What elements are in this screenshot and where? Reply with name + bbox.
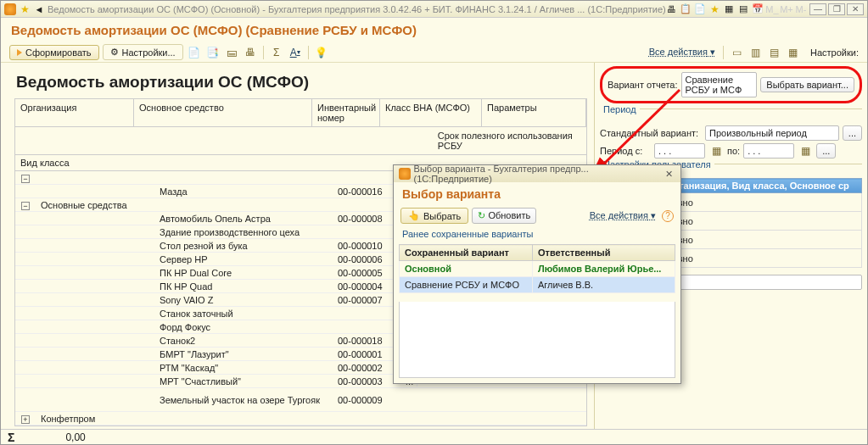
layout-icon-3[interactable]: ▤	[766, 45, 781, 60]
form-button[interactable]: Сформировать	[9, 45, 99, 60]
tb-icon-m3[interactable]: M-	[795, 3, 807, 15]
std-more-button[interactable]: ...	[843, 125, 862, 141]
bulb-icon[interactable]: 💡	[314, 45, 329, 60]
period-from-input[interactable]: . . .	[654, 143, 705, 159]
variant-row[interactable]: ОсновнойЛюбимов Валерий Юрье...	[400, 261, 675, 277]
variant-row-selected[interactable]: Сравнение РСБУ и МСФОАгличев В.В.	[400, 277, 675, 293]
tool-icon-1[interactable]: 📄	[187, 45, 202, 60]
separator	[723, 46, 724, 59]
tb-icon-6[interactable]: ▤	[737, 3, 749, 15]
expand-icon[interactable]: +	[21, 415, 30, 424]
play-icon	[17, 49, 22, 56]
period-from-label: Период с:	[600, 146, 651, 156]
col-inv: Инвентарный номер	[312, 99, 380, 126]
popup-all-actions[interactable]: Все действия ▾	[587, 210, 658, 221]
period-more-button[interactable]: ...	[816, 143, 836, 159]
popup-refresh-button[interactable]: ↻ Обновить	[472, 208, 536, 224]
main-toolbar: Сформировать ⚙ Настройки... 📄 📑 🖴 🖶 Σ A▾…	[1, 42, 867, 63]
popup-prev-label: Ранее сохраненные варианты	[394, 225, 680, 242]
tb-icon-2[interactable]: 📋	[680, 3, 692, 15]
font-icon[interactable]: A▾	[288, 45, 303, 60]
tb-icon-m[interactable]: M_	[766, 3, 778, 15]
page-title: Ведомость амортизации ОС (МСФО) (Сравнен…	[1, 18, 867, 42]
variant-value[interactable]: Сравнение РСБУ и МСФ	[681, 72, 758, 97]
popup-header: Выбор варианта	[394, 182, 680, 206]
variants-table: Сохраненный вариантОтветственный Основно…	[399, 244, 675, 293]
popup-title: Выбор варианта - Бухгалтерия предпр... (…	[414, 164, 663, 184]
col-asset: Основное средство	[134, 99, 312, 126]
separator	[263, 46, 264, 59]
tb-icon-3[interactable]: 📄	[694, 3, 706, 15]
favorite-icon[interactable]: ★	[19, 3, 31, 15]
popup-toolbar: 👆 Выбрать ↻ Обновить Все действия ▾ ?	[394, 206, 680, 225]
form-button-label: Сформировать	[25, 47, 92, 58]
hand-icon: 👆	[408, 210, 420, 221]
col-params: Параметры	[482, 99, 586, 126]
all-actions-link[interactable]: Все действия ▾	[647, 47, 718, 58]
group-row[interactable]: + Конфетпром	[15, 412, 586, 426]
sigma-value: 0,00	[65, 431, 85, 443]
maximize-button[interactable]: ❐	[828, 3, 845, 15]
window-title: Ведомость амортизации ОС (МСФО) (Основно…	[48, 4, 665, 14]
refresh-icon: ↻	[478, 210, 485, 220]
tb-icon-1[interactable]: 🖶	[665, 3, 677, 15]
sum-icon[interactable]: Σ	[269, 45, 284, 60]
tb-icon-7[interactable]: 📅	[752, 3, 764, 15]
choose-variant-dialog: Выбор варианта - Бухгалтерия предпр... (…	[393, 164, 681, 384]
sub-useful-life: Срок полезного использования РСБУ	[433, 127, 586, 154]
variant-label: Вариант отчета:	[608, 80, 678, 90]
data-row[interactable]: Земельный участок на озере Тургояк00-000…	[15, 388, 586, 412]
layout-icon-1[interactable]: ▭	[729, 45, 744, 60]
close-button[interactable]: ✕	[847, 3, 864, 15]
calendar-from-icon[interactable]: ▦	[708, 143, 724, 159]
help-icon[interactable]: ?	[662, 210, 674, 222]
popup-choose-button[interactable]: 👆 Выбрать	[400, 208, 468, 224]
separator	[308, 46, 309, 59]
tb-icon-5[interactable]: ▦	[723, 3, 735, 15]
period-to-label: по:	[727, 146, 740, 156]
layout-icon-4[interactable]: ▦	[785, 45, 800, 60]
tool-icon-3[interactable]: 🖴	[224, 45, 239, 60]
popup-titlebar: Выбор варианта - Бухгалтерия предпр... (…	[394, 165, 680, 182]
std-variant-input[interactable]: Произвольный период	[705, 125, 839, 141]
report-header-row: Организация Основное средство Инвентарны…	[14, 98, 587, 127]
choose-variant-button[interactable]: Выбрать вариант...	[760, 77, 854, 92]
col-saved-variant: Сохраненный вариант	[400, 245, 533, 261]
settings-icon: ⚙	[110, 47, 119, 58]
calendar-to-icon[interactable]: ▦	[798, 143, 813, 159]
tb-icon-m2[interactable]: M+	[781, 3, 792, 15]
variant-highlight: Вариант отчета: Сравнение РСБУ и МСФ Выб…	[600, 66, 862, 103]
popup-empty-area	[399, 302, 675, 378]
settings-label-right: Настройки:	[810, 47, 859, 58]
sigma-icon: Σ	[8, 431, 14, 444]
col-values: Организация, Вид класса, Основное ср	[663, 179, 861, 193]
print-icon[interactable]: 🖶	[243, 45, 258, 60]
popup-close-button[interactable]: ✕	[662, 169, 675, 180]
settings-button[interactable]: ⚙ Настройки...	[103, 44, 183, 60]
window-titlebar: ★ ◄ Ведомость амортизации ОС (МСФО) (Осн…	[1, 1, 867, 18]
status-bar: Σ 0,00	[1, 429, 867, 444]
period-fieldset: Период Стандартный вариант: Произвольный…	[600, 108, 862, 159]
col-class: Класс ВНА (МСФО)	[380, 99, 482, 126]
collapse-icon[interactable]: −	[21, 202, 30, 210]
tool-icon-2[interactable]: 📑	[205, 45, 221, 60]
minimize-button[interactable]: —	[809, 3, 826, 15]
popup-app-icon	[399, 168, 411, 180]
back-icon[interactable]: ◄	[33, 3, 45, 15]
layout-icon-2[interactable]: ▥	[748, 45, 763, 60]
tb-icon-star[interactable]: ★	[708, 3, 720, 15]
col-responsible: Ответственный	[532, 245, 675, 261]
app-icon	[4, 3, 16, 15]
period-title: Период	[600, 104, 640, 114]
report-subheader: Срок полезного использования РСБУ	[14, 127, 587, 155]
settings-label: Настройки...	[122, 47, 176, 58]
col-org: Организация	[15, 99, 134, 126]
std-variant-label: Стандартный вариант:	[600, 128, 702, 138]
collapse-icon[interactable]: −	[21, 175, 30, 183]
report-title: Ведомость амортизации ОС (МСФО)	[14, 66, 587, 98]
period-to-input[interactable]: . . .	[743, 143, 794, 159]
